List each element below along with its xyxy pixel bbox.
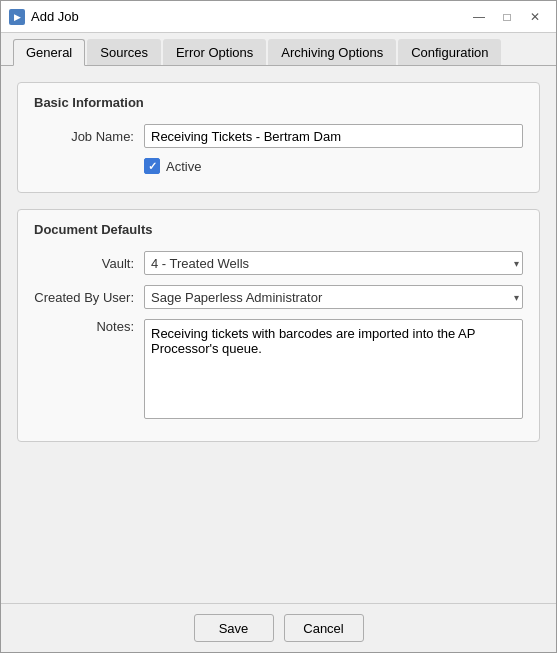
created-by-select-wrapper: Sage Paperless Administrator ▾ xyxy=(144,285,523,309)
window-controls: — □ ✕ xyxy=(466,7,548,27)
main-window: ▶ Add Job — □ ✕ General Sources Error Op… xyxy=(0,0,557,653)
tab-bar: General Sources Error Options Archiving … xyxy=(1,33,556,66)
notes-label: Notes: xyxy=(34,319,134,334)
tab-sources[interactable]: Sources xyxy=(87,39,161,65)
minimize-button[interactable]: — xyxy=(466,7,492,27)
title-bar-left: ▶ Add Job xyxy=(9,9,79,25)
footer: Save Cancel xyxy=(1,603,556,652)
active-row: Active xyxy=(144,158,523,174)
maximize-button[interactable]: □ xyxy=(494,7,520,27)
tab-error-options[interactable]: Error Options xyxy=(163,39,266,65)
vault-label: Vault: xyxy=(34,256,134,271)
app-icon: ▶ xyxy=(9,9,25,25)
tab-archiving-options[interactable]: Archiving Options xyxy=(268,39,396,65)
basic-information-section: Basic Information Job Name: Active xyxy=(17,82,540,193)
cancel-button[interactable]: Cancel xyxy=(284,614,364,642)
created-by-row: Created By User: Sage Paperless Administ… xyxy=(34,285,523,309)
title-bar: ▶ Add Job — □ ✕ xyxy=(1,1,556,33)
active-checkbox-wrapper: Active xyxy=(144,158,201,174)
notes-row: Notes: Receiving tickets with barcodes a… xyxy=(34,319,523,419)
document-defaults-section: Document Defaults Vault: 4 - Treated Wel… xyxy=(17,209,540,442)
close-button[interactable]: ✕ xyxy=(522,7,548,27)
content-area: Basic Information Job Name: Active Docum… xyxy=(1,66,556,603)
window-title: Add Job xyxy=(31,9,79,24)
created-by-select[interactable]: Sage Paperless Administrator xyxy=(144,285,523,309)
job-name-row: Job Name: xyxy=(34,124,523,148)
active-checkbox[interactable] xyxy=(144,158,160,174)
vault-row: Vault: 4 - Treated Wells ▾ xyxy=(34,251,523,275)
active-label: Active xyxy=(166,159,201,174)
job-name-label: Job Name: xyxy=(34,129,134,144)
tab-configuration[interactable]: Configuration xyxy=(398,39,501,65)
vault-select[interactable]: 4 - Treated Wells xyxy=(144,251,523,275)
basic-information-title: Basic Information xyxy=(34,95,523,110)
vault-select-wrapper: 4 - Treated Wells ▾ xyxy=(144,251,523,275)
save-button[interactable]: Save xyxy=(194,614,274,642)
created-by-label: Created By User: xyxy=(34,290,134,305)
notes-textarea[interactable]: Receiving tickets with barcodes are impo… xyxy=(144,319,523,419)
tab-general[interactable]: General xyxy=(13,39,85,66)
job-name-input[interactable] xyxy=(144,124,523,148)
document-defaults-title: Document Defaults xyxy=(34,222,523,237)
